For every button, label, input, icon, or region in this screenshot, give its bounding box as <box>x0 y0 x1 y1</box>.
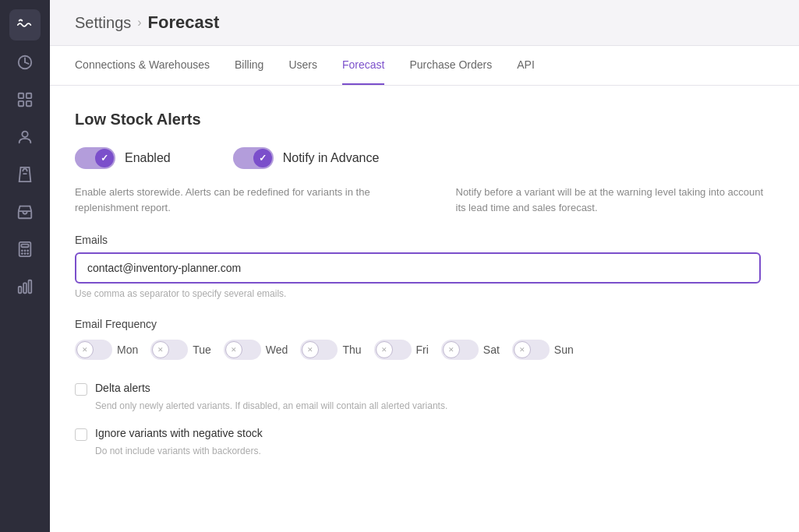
svg-rect-1 <box>19 93 23 98</box>
tab-billing[interactable]: Billing <box>235 46 263 85</box>
sidebar-icon-bar-chart[interactable] <box>9 271 41 302</box>
day-item-sat: Sat <box>441 340 500 360</box>
day-item-tue: Tue <box>150 340 211 360</box>
day-label-fri: Fri <box>416 344 429 356</box>
svg-rect-6 <box>23 173 27 174</box>
emails-input[interactable] <box>75 252 761 284</box>
day-toggle-thumb-tue <box>152 341 169 358</box>
enabled-toggle-track <box>75 147 115 169</box>
svg-rect-17 <box>23 283 27 293</box>
settings-breadcrumb[interactable]: Settings <box>75 14 131 32</box>
delta-alerts-label: Delta alerts <box>95 382 150 394</box>
day-toggle-thumb-sat <box>443 341 460 358</box>
enabled-description: Enable alerts storewide. Alerts can be r… <box>75 185 394 215</box>
ignore-variants-checkbox[interactable] <box>75 428 87 441</box>
day-label-sat: Sat <box>483 344 500 356</box>
notify-desc-text: Notify before a variant will be at the w… <box>456 186 764 213</box>
sidebar-icon-bag[interactable] <box>9 159 41 190</box>
ignore-variants-label: Ignore variants with negative stock <box>95 427 263 439</box>
notify-toggle-thumb <box>253 149 272 167</box>
section-heading: Low Stock Alerts <box>75 111 774 129</box>
svg-rect-7 <box>19 211 32 218</box>
day-toggle-thumb-fri <box>376 341 393 358</box>
delta-alerts-row: Delta alerts <box>75 382 774 396</box>
svg-rect-3 <box>19 101 23 106</box>
breadcrumb-chevron: › <box>137 16 141 30</box>
day-toggle-fri[interactable] <box>374 340 412 360</box>
notify-toggle-track <box>233 147 274 169</box>
svg-rect-2 <box>27 93 31 98</box>
tab-connections[interactable]: Connections & Warehouses <box>75 46 210 85</box>
day-toggle-sat[interactable] <box>441 340 479 360</box>
page-title: Forecast <box>148 12 220 33</box>
day-toggle-wed[interactable] <box>224 340 261 360</box>
frequency-label: Email Frequency <box>75 318 774 330</box>
delta-alerts-section: Delta alerts Send only newly alerted var… <box>75 382 774 411</box>
sidebar <box>0 0 50 532</box>
svg-rect-9 <box>21 245 28 248</box>
tab-users[interactable]: Users <box>288 46 317 85</box>
descriptions-row: Enable alerts storewide. Alerts can be r… <box>75 185 774 215</box>
ignore-variants-desc: Do not include variants with backorders. <box>95 446 774 456</box>
day-toggle-thu[interactable] <box>300 340 338 360</box>
day-toggle-thumb-mon <box>76 341 94 358</box>
svg-rect-16 <box>19 287 22 293</box>
sidebar-icon-analytics[interactable] <box>9 47 41 78</box>
svg-rect-4 <box>27 101 31 106</box>
day-toggle-thumb-wed <box>225 341 242 358</box>
svg-point-14 <box>24 252 27 255</box>
settings-content: Low Stock Alerts Enabled Notify in Advan… <box>50 86 799 532</box>
day-label-sun: Sun <box>554 344 574 356</box>
page-header: Settings › Forecast <box>50 0 799 46</box>
day-label-thu: Thu <box>342 344 361 356</box>
enabled-toggle-thumb <box>95 149 114 167</box>
notify-label: Notify in Advance <box>283 151 380 165</box>
days-row: Mon Tue Wed <box>75 340 774 360</box>
emails-section: Emails Use comma as separator to specify… <box>75 234 774 299</box>
svg-point-12 <box>27 249 29 252</box>
day-label-tue: Tue <box>193 344 211 356</box>
sidebar-icon-calc[interactable] <box>9 234 41 265</box>
delta-alerts-checkbox[interactable] <box>75 383 87 396</box>
enabled-desc-text: Enable alerts storewide. Alerts can be r… <box>75 186 370 213</box>
day-toggle-thumb-thu <box>302 341 319 358</box>
settings-tabs: Connections & Warehouses Billing Users F… <box>50 46 799 86</box>
tab-forecast[interactable]: Forecast <box>342 46 384 85</box>
day-toggle-tue[interactable] <box>150 340 188 360</box>
enabled-label: Enabled <box>125 151 171 165</box>
day-label-wed: Wed <box>266 344 288 356</box>
emails-hint: Use comma as separator to specify severa… <box>75 288 774 299</box>
day-item-mon: Mon <box>75 340 138 360</box>
sidebar-icon-wave[interactable] <box>9 9 41 41</box>
sidebar-icon-grid[interactable] <box>9 84 41 115</box>
main-area: Settings › Forecast Connections & Wareho… <box>50 0 799 532</box>
day-toggle-sun[interactable] <box>512 340 550 360</box>
email-frequency-section: Email Frequency Mon Tue <box>75 318 774 360</box>
delta-alerts-desc: Send only newly alerted variants. If dis… <box>95 400 774 411</box>
svg-point-10 <box>21 249 23 252</box>
sidebar-icon-users[interactable] <box>9 122 41 153</box>
tab-api[interactable]: API <box>517 46 535 85</box>
tab-purchase-orders[interactable]: Purchase Orders <box>409 46 492 85</box>
notify-toggle-item: Notify in Advance <box>233 147 380 169</box>
svg-point-15 <box>27 252 29 255</box>
notify-description: Notify before a variant will be at the w… <box>456 185 775 215</box>
ignore-variants-row: Ignore variants with negative stock <box>75 427 774 441</box>
day-item-wed: Wed <box>224 340 288 360</box>
day-toggle-thumb-sun <box>514 341 531 358</box>
svg-point-5 <box>22 132 27 137</box>
svg-point-11 <box>24 249 27 252</box>
notify-toggle[interactable] <box>233 147 274 169</box>
sidebar-icon-store[interactable] <box>9 196 41 227</box>
svg-point-13 <box>21 252 23 255</box>
ignore-variants-section: Ignore variants with negative stock Do n… <box>75 427 774 456</box>
day-toggle-mon[interactable] <box>75 340 112 360</box>
day-item-fri: Fri <box>374 340 429 360</box>
enabled-toggle[interactable] <box>75 147 115 169</box>
day-label-mon: Mon <box>117 344 138 356</box>
emails-label: Emails <box>75 234 774 246</box>
toggles-row: Enabled Notify in Advance <box>75 147 774 169</box>
enabled-toggle-item: Enabled <box>75 147 171 169</box>
svg-rect-18 <box>29 280 32 294</box>
day-item-sun: Sun <box>512 340 574 360</box>
